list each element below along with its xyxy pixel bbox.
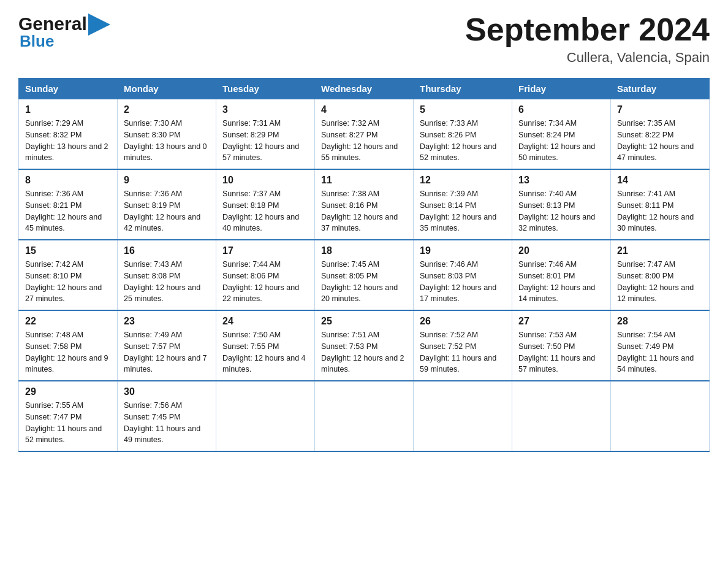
calendar-day-cell [216,381,315,451]
day-info: Sunrise: 7:53 AMSunset: 7:50 PMDaylight:… [518,329,604,375]
calendar-week-row: 1Sunrise: 7:29 AMSunset: 8:32 PMDaylight… [19,99,710,170]
day-number: 7 [617,104,703,115]
day-number: 24 [222,316,308,327]
logo: General Blue [18,12,110,51]
day-number: 6 [518,104,604,115]
calendar-day-cell: 15Sunrise: 7:42 AMSunset: 8:10 PMDayligh… [19,240,118,310]
day-number: 20 [518,245,604,256]
day-info: Sunrise: 7:46 AMSunset: 8:03 PMDaylight:… [420,259,506,305]
logo-blue-text: Blue [20,32,54,51]
day-number: 14 [617,175,703,186]
calendar-day-cell: 20Sunrise: 7:46 AMSunset: 8:01 PMDayligh… [512,240,611,310]
day-info: Sunrise: 7:46 AMSunset: 8:01 PMDaylight:… [518,259,604,305]
column-header-friday: Friday [512,79,611,99]
column-header-wednesday: Wednesday [315,79,414,99]
day-info: Sunrise: 7:37 AMSunset: 8:18 PMDaylight:… [222,188,308,234]
calendar-week-row: 15Sunrise: 7:42 AMSunset: 8:10 PMDayligh… [19,240,710,310]
day-info: Sunrise: 7:40 AMSunset: 8:13 PMDaylight:… [518,188,604,234]
calendar-day-cell: 7Sunrise: 7:35 AMSunset: 8:22 PMDaylight… [611,99,710,170]
calendar-day-cell: 26Sunrise: 7:52 AMSunset: 7:52 PMDayligh… [414,310,512,381]
calendar-day-cell: 8Sunrise: 7:36 AMSunset: 8:21 PMDaylight… [19,169,118,240]
day-info: Sunrise: 7:52 AMSunset: 7:52 PMDaylight:… [420,329,506,375]
day-number: 1 [25,104,111,115]
day-info: Sunrise: 7:49 AMSunset: 7:57 PMDaylight:… [124,329,210,375]
day-number: 26 [420,316,506,327]
column-header-tuesday: Tuesday [216,79,315,99]
day-info: Sunrise: 7:55 AMSunset: 7:47 PMDaylight:… [25,400,111,446]
day-info: Sunrise: 7:54 AMSunset: 7:49 PMDaylight:… [617,329,703,375]
calendar-header-row: SundayMondayTuesdayWednesdayThursdayFrid… [19,79,710,99]
day-number: 9 [124,175,210,186]
calendar-day-cell: 25Sunrise: 7:51 AMSunset: 7:53 PMDayligh… [315,310,414,381]
calendar-day-cell: 29Sunrise: 7:55 AMSunset: 7:47 PMDayligh… [19,381,118,451]
calendar-day-cell: 27Sunrise: 7:53 AMSunset: 7:50 PMDayligh… [512,310,611,381]
day-number: 3 [222,104,308,115]
day-info: Sunrise: 7:35 AMSunset: 8:22 PMDaylight:… [617,118,703,164]
day-number: 10 [222,175,308,186]
day-number: 8 [25,175,111,186]
day-info: Sunrise: 7:34 AMSunset: 8:24 PMDaylight:… [518,118,604,164]
calendar-table: SundayMondayTuesdayWednesdayThursdayFrid… [18,78,710,452]
calendar-day-cell: 9Sunrise: 7:36 AMSunset: 8:19 PMDaylight… [118,169,216,240]
day-info: Sunrise: 7:32 AMSunset: 8:27 PMDaylight:… [321,118,407,164]
day-number: 29 [25,386,111,397]
day-info: Sunrise: 7:42 AMSunset: 8:10 PMDaylight:… [25,259,111,305]
calendar-day-cell: 30Sunrise: 7:56 AMSunset: 7:45 PMDayligh… [118,381,216,451]
day-info: Sunrise: 7:50 AMSunset: 7:55 PMDaylight:… [222,329,308,375]
day-info: Sunrise: 7:31 AMSunset: 8:29 PMDaylight:… [222,118,308,164]
calendar-day-cell: 23Sunrise: 7:49 AMSunset: 7:57 PMDayligh… [118,310,216,381]
calendar-day-cell [512,381,611,451]
day-info: Sunrise: 7:48 AMSunset: 7:58 PMDaylight:… [25,329,111,375]
day-number: 21 [617,245,703,256]
day-number: 25 [321,316,407,327]
day-number: 13 [518,175,604,186]
calendar-day-cell: 21Sunrise: 7:47 AMSunset: 8:00 PMDayligh… [611,240,710,310]
day-info: Sunrise: 7:47 AMSunset: 8:00 PMDaylight:… [617,259,703,305]
column-header-sunday: Sunday [19,79,118,99]
day-info: Sunrise: 7:45 AMSunset: 8:05 PMDaylight:… [321,259,407,305]
page-title: September 2024 [465,12,710,47]
day-number: 5 [420,104,506,115]
calendar-day-cell: 5Sunrise: 7:33 AMSunset: 8:26 PMDaylight… [414,99,512,170]
calendar-day-cell: 6Sunrise: 7:34 AMSunset: 8:24 PMDaylight… [512,99,611,170]
day-number: 27 [518,316,604,327]
calendar-day-cell: 18Sunrise: 7:45 AMSunset: 8:05 PMDayligh… [315,240,414,310]
logo-general-text: General [18,13,87,34]
calendar-day-cell [414,381,512,451]
calendar-day-cell: 2Sunrise: 7:30 AMSunset: 8:30 PMDaylight… [118,99,216,170]
day-number: 18 [321,245,407,256]
calendar-day-cell [315,381,414,451]
day-number: 16 [124,245,210,256]
title-block: September 2024 Cullera, Valencia, Spain [465,12,710,66]
calendar-day-cell: 19Sunrise: 7:46 AMSunset: 8:03 PMDayligh… [414,240,512,310]
day-number: 4 [321,104,407,115]
day-info: Sunrise: 7:43 AMSunset: 8:08 PMDaylight:… [124,259,210,305]
day-info: Sunrise: 7:38 AMSunset: 8:16 PMDaylight:… [321,188,407,234]
day-info: Sunrise: 7:36 AMSunset: 8:21 PMDaylight:… [25,188,111,234]
page-subtitle: Cullera, Valencia, Spain [465,50,710,66]
page-header: General Blue September 2024 Cullera, Val… [18,12,710,66]
column-header-thursday: Thursday [414,79,512,99]
day-info: Sunrise: 7:29 AMSunset: 8:32 PMDaylight:… [25,118,111,164]
calendar-day-cell [611,381,710,451]
day-number: 23 [124,316,210,327]
svg-marker-0 [88,13,110,36]
calendar-week-row: 29Sunrise: 7:55 AMSunset: 7:47 PMDayligh… [19,381,710,451]
day-info: Sunrise: 7:33 AMSunset: 8:26 PMDaylight:… [420,118,506,164]
day-info: Sunrise: 7:41 AMSunset: 8:11 PMDaylight:… [617,188,703,234]
calendar-week-row: 8Sunrise: 7:36 AMSunset: 8:21 PMDaylight… [19,169,710,240]
calendar-day-cell: 14Sunrise: 7:41 AMSunset: 8:11 PMDayligh… [611,169,710,240]
day-info: Sunrise: 7:36 AMSunset: 8:19 PMDaylight:… [124,188,210,234]
day-info: Sunrise: 7:39 AMSunset: 8:14 PMDaylight:… [420,188,506,234]
day-number: 15 [25,245,111,256]
logo-arrow-icon [88,13,110,36]
calendar-day-cell: 3Sunrise: 7:31 AMSunset: 8:29 PMDaylight… [216,99,315,170]
calendar-day-cell: 10Sunrise: 7:37 AMSunset: 8:18 PMDayligh… [216,169,315,240]
calendar-day-cell: 13Sunrise: 7:40 AMSunset: 8:13 PMDayligh… [512,169,611,240]
day-number: 30 [124,386,210,397]
column-header-saturday: Saturday [611,79,710,99]
day-number: 12 [420,175,506,186]
day-number: 28 [617,316,703,327]
calendar-day-cell: 16Sunrise: 7:43 AMSunset: 8:08 PMDayligh… [118,240,216,310]
day-number: 11 [321,175,407,186]
